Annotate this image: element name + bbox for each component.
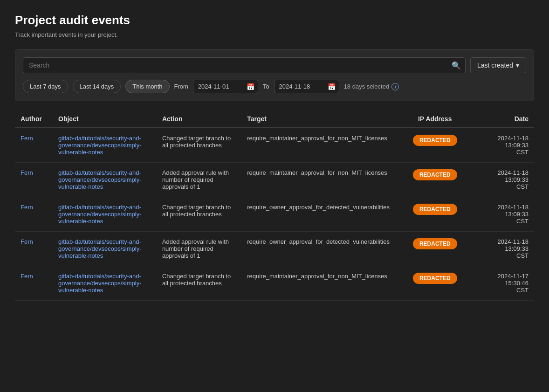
object-link[interactable]: gitlab-da/tutorials/security-and-governa… (58, 204, 141, 225)
from-date-wrapper: 📅 (193, 80, 258, 93)
object-link[interactable]: gitlab-da/tutorials/security-and-governa… (58, 169, 141, 190)
cell-date: 2024-11-18 13:09:33 CST (473, 197, 534, 232)
redacted-badge: REDACTED (413, 135, 457, 146)
cell-object: gitlab-da/tutorials/security-and-governa… (53, 266, 157, 301)
redacted-badge: REDACTED (413, 273, 457, 284)
cell-date: 2024-11-17 15:30:46 CST (473, 266, 534, 301)
cell-action: Changed target branch to all protected b… (157, 197, 241, 232)
col-header-date: Date (473, 110, 534, 128)
to-date-input[interactable] (274, 80, 339, 93)
col-header-action: Action (157, 110, 241, 128)
table-header-row: Author Object Action Target IP Address D… (15, 110, 534, 128)
to-label: To (263, 83, 269, 90)
from-date-input[interactable] (193, 80, 258, 93)
search-wrapper: 🔍 (23, 57, 466, 73)
cell-action: Added approval rule with number of requi… (157, 163, 241, 197)
cell-ip: REDACTED (397, 128, 473, 163)
to-date-wrapper: 📅 (274, 80, 339, 93)
cell-ip: REDACTED (397, 163, 473, 197)
cell-author: Fern (15, 163, 53, 197)
cell-target: require_maintainer_approval_for_non_MIT_… (241, 128, 397, 163)
this-month-button[interactable]: This month (125, 80, 169, 93)
cell-target: require_owner_approval_for_detected_vuln… (241, 232, 397, 266)
object-link[interactable]: gitlab-da/tutorials/security-and-governa… (58, 273, 141, 294)
cell-object: gitlab-da/tutorials/security-and-governa… (53, 197, 157, 232)
object-link[interactable]: gitlab-da/tutorials/security-and-governa… (58, 238, 141, 259)
cell-date: 2024-11-18 13:09:33 CST (473, 232, 534, 266)
col-header-ip: IP Address (397, 110, 473, 128)
table-row: Fern gitlab-da/tutorials/security-and-go… (15, 266, 534, 301)
cell-object: gitlab-da/tutorials/security-and-governa… (53, 163, 157, 197)
col-header-object: Object (53, 110, 157, 128)
cell-target: require_maintainer_approval_for_non_MIT_… (241, 163, 397, 197)
from-label: From (174, 83, 188, 90)
days-selected: 18 days selected i (344, 83, 399, 90)
cell-object: gitlab-da/tutorials/security-and-governa… (53, 128, 157, 163)
sort-label: Last created (477, 62, 513, 69)
cell-ip: REDACTED (397, 266, 473, 301)
cell-action: Changed target branch to all protected b… (157, 128, 241, 163)
cell-date: 2024-11-18 13:09:33 CST (473, 128, 534, 163)
page-subtitle: Track important events in your project. (15, 31, 534, 38)
author-link[interactable]: Fern (21, 135, 33, 142)
author-link[interactable]: Fern (21, 273, 33, 280)
last-14-days-button[interactable]: Last 14 days (73, 80, 121, 93)
redacted-badge: REDACTED (413, 204, 457, 215)
sort-button[interactable]: Last created ▾ (470, 57, 526, 73)
author-link[interactable]: Fern (21, 238, 33, 245)
chevron-down-icon: ▾ (516, 62, 519, 69)
cell-action: Added approval rule with number of requi… (157, 232, 241, 266)
date-row: Last 7 days Last 14 days This month From… (23, 80, 526, 93)
page-title: Project audit events (15, 13, 534, 28)
cell-ip: REDACTED (397, 232, 473, 266)
last-7-days-button[interactable]: Last 7 days (23, 80, 68, 93)
cell-author: Fern (15, 266, 53, 301)
cell-date: 2024-11-18 13:09:33 CST (473, 163, 534, 197)
table-row: Fern gitlab-da/tutorials/security-and-go… (15, 232, 534, 266)
cell-action: Changed target branch to all protected b… (157, 266, 241, 301)
audit-events-table: Author Object Action Target IP Address D… (15, 110, 534, 301)
search-input[interactable] (23, 57, 466, 73)
col-header-target: Target (241, 110, 397, 128)
cell-author: Fern (15, 128, 53, 163)
cell-object: gitlab-da/tutorials/security-and-governa… (53, 232, 157, 266)
object-link[interactable]: gitlab-da/tutorials/security-and-governa… (58, 135, 141, 156)
cell-author: Fern (15, 197, 53, 232)
author-link[interactable]: Fern (21, 204, 33, 211)
info-icon[interactable]: i (391, 83, 399, 90)
filter-bar: 🔍 Last created ▾ Last 7 days Last 14 day… (15, 49, 534, 101)
author-link[interactable]: Fern (21, 169, 33, 176)
search-button[interactable]: 🔍 (452, 61, 461, 70)
table-row: Fern gitlab-da/tutorials/security-and-go… (15, 197, 534, 232)
col-header-author: Author (15, 110, 53, 128)
cell-author: Fern (15, 232, 53, 266)
cell-ip: REDACTED (397, 197, 473, 232)
table-container: Author Object Action Target IP Address D… (15, 110, 534, 301)
cell-target: require_owner_approval_for_detected_vuln… (241, 197, 397, 232)
table-row: Fern gitlab-da/tutorials/security-and-go… (15, 163, 534, 197)
search-row: 🔍 Last created ▾ (23, 57, 526, 73)
redacted-badge: REDACTED (413, 169, 457, 180)
redacted-badge: REDACTED (413, 238, 457, 249)
search-icon: 🔍 (452, 62, 461, 69)
cell-target: require_maintainer_approval_for_non_MIT_… (241, 266, 397, 301)
table-row: Fern gitlab-da/tutorials/security-and-go… (15, 128, 534, 163)
